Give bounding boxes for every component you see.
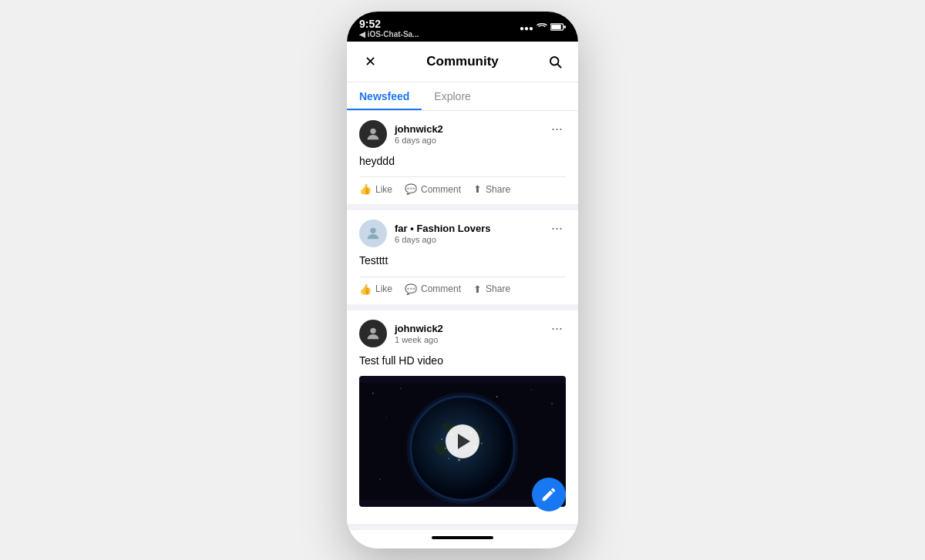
more-options-button[interactable]: ··· bbox=[548, 120, 566, 137]
comment-button[interactable]: 💬 Comment bbox=[405, 183, 461, 195]
svg-point-16 bbox=[445, 448, 446, 449]
post-actions: 👍 Like 💬 Comment ⬆ Share bbox=[359, 176, 566, 195]
avatar bbox=[359, 120, 387, 148]
post-card: johnwick2 1 week ago ··· Test full HD vi… bbox=[347, 310, 578, 525]
post-header: far • Fashion Lovers 6 days ago ··· bbox=[359, 220, 566, 247]
post-card: johnwick2 6 days ago ··· heyddd 👍 Like 💬… bbox=[347, 111, 578, 205]
status-icons: ●●● bbox=[520, 22, 566, 33]
like-label: Like bbox=[375, 283, 392, 294]
comment-label: Comment bbox=[421, 184, 461, 195]
comment-icon: 💬 bbox=[405, 283, 417, 295]
home-bar bbox=[432, 536, 493, 539]
like-button[interactable]: 👍 Like bbox=[359, 183, 392, 195]
svg-point-24 bbox=[372, 393, 373, 394]
feed-content: johnwick2 6 days ago ··· heyddd 👍 Like 💬… bbox=[347, 111, 578, 531]
post-time: 6 days ago bbox=[395, 235, 490, 244]
svg-point-20 bbox=[481, 443, 483, 444]
author-details: johnwick2 6 days ago bbox=[395, 123, 443, 145]
avatar bbox=[359, 320, 387, 347]
svg-point-26 bbox=[496, 397, 497, 397]
like-icon: 👍 bbox=[359, 183, 372, 195]
share-icon: ⬆ bbox=[473, 283, 482, 295]
post-header: johnwick2 6 days ago ··· bbox=[359, 120, 566, 148]
post-header: johnwick2 1 week ago ··· bbox=[359, 320, 566, 347]
avatar bbox=[359, 220, 387, 247]
share-label: Share bbox=[486, 184, 510, 195]
like-button[interactable]: 👍 Like bbox=[359, 283, 392, 295]
status-time: 9:52 bbox=[359, 18, 419, 30]
page-title: Community bbox=[426, 54, 499, 69]
svg-point-23 bbox=[441, 439, 442, 441]
share-label: Share bbox=[486, 283, 510, 294]
svg-point-5 bbox=[370, 128, 375, 133]
post-card: far • Fashion Lovers 6 days ago ··· Test… bbox=[347, 210, 578, 304]
svg-rect-2 bbox=[564, 25, 567, 28]
post-time: 1 week ago bbox=[395, 335, 443, 344]
search-button[interactable] bbox=[544, 51, 566, 72]
tab-explore[interactable]: Explore bbox=[422, 82, 483, 110]
phone-frame: 9:52 ◀ iOS-Chat-Sa... ●●● ✕ Community bbox=[347, 12, 578, 549]
like-icon: 👍 bbox=[359, 283, 372, 295]
like-label: Like bbox=[375, 184, 392, 195]
battery-icon bbox=[550, 22, 566, 33]
share-button[interactable]: ⬆ Share bbox=[473, 183, 510, 195]
post-time: 6 days ago bbox=[395, 136, 443, 145]
author-info: johnwick2 1 week ago bbox=[359, 320, 443, 347]
author-name: johnwick2 bbox=[395, 123, 443, 135]
home-indicator bbox=[347, 530, 578, 548]
svg-point-27 bbox=[531, 390, 532, 391]
signal-icon: ●●● bbox=[520, 24, 533, 32]
author-name: johnwick2 bbox=[395, 323, 443, 334]
status-bar: 9:52 ◀ iOS-Chat-Sa... ●●● bbox=[347, 12, 578, 42]
svg-point-22 bbox=[458, 459, 460, 461]
svg-point-25 bbox=[400, 388, 401, 389]
author-info: far • Fashion Lovers 6 days ago bbox=[359, 220, 490, 247]
more-options-button[interactable]: ··· bbox=[548, 320, 566, 337]
post-text: heyddd bbox=[359, 154, 566, 169]
tabs-bar: Newsfeed Explore bbox=[347, 82, 578, 111]
more-options-button[interactable]: ··· bbox=[548, 220, 566, 236]
share-icon: ⬆ bbox=[473, 183, 482, 195]
svg-point-7 bbox=[370, 327, 375, 333]
comment-icon: 💬 bbox=[405, 183, 417, 195]
svg-point-29 bbox=[379, 479, 380, 480]
carrier-text: ◀ iOS-Chat-Sa... bbox=[359, 30, 419, 39]
author-details: far • Fashion Lovers 6 days ago bbox=[395, 223, 490, 244]
post-actions: 👍 Like 💬 Comment ⬆ Share bbox=[359, 277, 566, 295]
author-name: far • Fashion Lovers bbox=[395, 223, 490, 234]
tab-newsfeed[interactable]: Newsfeed bbox=[347, 82, 422, 110]
app-header: ✕ Community bbox=[347, 42, 578, 82]
comment-button[interactable]: 💬 Comment bbox=[405, 283, 461, 295]
share-button[interactable]: ⬆ Share bbox=[473, 283, 510, 295]
svg-point-28 bbox=[551, 404, 552, 404]
svg-point-31 bbox=[386, 417, 387, 418]
author-details: johnwick2 1 week ago bbox=[395, 323, 443, 344]
svg-point-21 bbox=[448, 458, 449, 460]
svg-rect-1 bbox=[551, 25, 561, 29]
close-button[interactable]: ✕ bbox=[359, 51, 381, 72]
post-text: Test full HD video bbox=[359, 354, 566, 369]
post-text: Testttt bbox=[359, 253, 566, 269]
svg-point-6 bbox=[370, 228, 375, 233]
svg-line-4 bbox=[557, 64, 560, 67]
wifi-icon bbox=[536, 22, 547, 33]
author-info: johnwick2 6 days ago bbox=[359, 120, 443, 148]
comment-label: Comment bbox=[421, 283, 461, 294]
